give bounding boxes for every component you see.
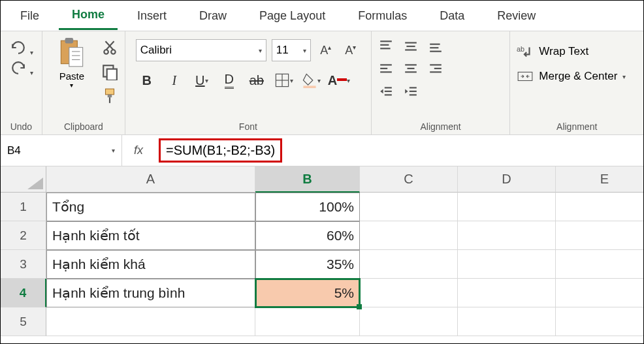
formula-text: =SUM(B1;-B2;-B3) [159,138,282,163]
copy-button[interactable] [101,63,118,82]
cell-c1[interactable] [360,193,458,221]
format-painter-button[interactable] [101,87,118,106]
cell-d1[interactable] [458,193,556,221]
align-left-button[interactable] [378,62,394,78]
cell-b4[interactable]: 5% [255,279,360,307]
align-middle-button[interactable] [403,39,419,55]
cell-d4[interactable] [458,279,556,307]
col-header-c[interactable]: C [360,166,458,193]
col-header-d[interactable]: D [458,166,556,193]
cell-a3[interactable]: Hạnh kiểm khá [46,250,255,279]
tab-file[interactable]: File [7,3,52,29]
group-font: Calibri▾ 11▾ A▴ A▾ B I U ▾ D ab ▾ ▾ A▾ F… [125,31,372,134]
formula-input[interactable]: =SUM(B1;-B2;-B3) [155,138,643,163]
increase-indent-button[interactable] [403,85,419,101]
ribbon: ▾ ▾ Undo Paste ▾ Clipboard [1,31,643,135]
fill-color-button[interactable]: ▾ [300,70,323,90]
svg-rect-13 [108,95,112,97]
svg-rect-44 [519,72,533,81]
ribbon-tabs: File Home Insert Draw Page Layout Formul… [1,1,643,31]
font-color-button[interactable]: A▾ [328,70,350,90]
svg-point-7 [111,50,116,54]
group-undo: ▾ ▾ Undo [1,31,42,134]
strikethrough-button[interactable]: ab [246,70,268,90]
cell-e2[interactable] [556,221,644,250]
worksheet: 1 2 3 4 5 A B C D E Tổng 100% Hạnh kiểm … [1,166,643,336]
row-header-2[interactable]: 2 [1,221,46,250]
cell-d2[interactable] [458,221,556,250]
redo-button[interactable]: ▾ [9,61,33,77]
tab-draw[interactable]: Draw [186,3,240,29]
cell-a2[interactable]: Hạnh kiểm tốt [46,221,255,250]
cut-button[interactable] [101,39,118,58]
fx-icon[interactable]: fx [122,135,155,166]
col-header-e[interactable]: E [556,166,644,193]
cell-b5[interactable] [255,307,360,336]
undo-button[interactable]: ▾ [9,40,33,57]
align-right-button[interactable] [428,62,443,78]
svg-rect-12 [105,89,114,95]
tab-formulas[interactable]: Formulas [345,3,420,29]
fill-handle[interactable] [357,304,362,309]
svg-rect-11 [107,69,117,80]
cell-d5[interactable] [458,307,556,336]
svg-rect-18 [304,86,316,88]
row-header-4[interactable]: 4 [1,279,46,307]
align-top-button[interactable] [378,39,394,55]
wrap-text-label: Wrap Text [539,45,588,58]
align-bottom-button[interactable] [428,39,443,55]
increase-font-button[interactable]: A▴ [316,44,336,57]
decrease-font-button[interactable]: A▾ [341,44,361,57]
tab-review[interactable]: Review [484,3,549,29]
col-header-a[interactable]: A [46,166,255,193]
cell-a1[interactable]: Tổng [46,193,255,221]
borders-button[interactable]: ▾ [273,70,295,90]
group-label-alignment: Alignment [378,119,504,132]
cell-b1[interactable]: 100% [255,193,360,221]
tab-home[interactable]: Home [59,1,118,30]
underline-button[interactable]: U ▾ [191,70,213,90]
paste-button[interactable]: Paste ▾ [49,37,95,89]
cell-e4[interactable] [556,279,644,307]
cell-c2[interactable] [360,221,458,250]
group-alignment: Alignment [372,31,511,134]
font-size-select[interactable]: 11▾ [272,39,311,61]
row-header-1[interactable]: 1 [1,193,46,221]
cell-c5[interactable] [360,307,458,336]
decrease-indent-button[interactable] [378,85,394,101]
cell-a4[interactable]: Hạnh kiểm trung bình [46,279,255,307]
paste-dropdown[interactable]: ▾ [70,82,73,89]
bold-button[interactable]: B [136,70,158,90]
formula-bar: B4▾ fx =SUM(B1;-B2;-B3) [1,135,643,166]
italic-button[interactable]: I [163,70,185,90]
paste-label: Paste [59,70,84,82]
tab-data[interactable]: Data [427,3,477,29]
tab-page-layout[interactable]: Page Layout [246,3,338,29]
row-header-5[interactable]: 5 [1,307,46,336]
wrap-text-button[interactable]: ab Wrap Text [517,44,588,59]
cell-c4[interactable] [360,279,458,307]
align-center-button[interactable] [403,62,419,78]
col-header-b[interactable]: B [255,166,360,193]
font-name-select[interactable]: Calibri▾ [136,39,266,61]
svg-rect-2 [69,48,83,67]
cell-c3[interactable] [360,250,458,279]
merge-center-label: Merge & Center [539,70,617,83]
cell-b3[interactable]: 35% [255,250,360,279]
svg-text:ab: ab [517,45,524,53]
cell-d3[interactable] [458,250,556,279]
select-all-corner[interactable] [1,166,46,193]
group-label-undo: Undo [7,119,35,132]
cell-e3[interactable] [556,250,644,279]
row-header-3[interactable]: 3 [1,250,46,279]
svg-rect-1 [65,38,73,43]
merge-center-button[interactable]: Merge & Center ▾ [517,69,626,84]
double-underline-button[interactable]: D [218,70,240,90]
cell-e5[interactable] [556,307,644,336]
tab-insert[interactable]: Insert [124,3,180,29]
group-clipboard: Paste ▾ Clipboard [42,31,125,134]
name-box[interactable]: B4▾ [1,135,122,166]
cell-a5[interactable] [46,307,255,336]
cell-e1[interactable] [556,193,644,221]
cell-b2[interactable]: 60% [255,221,360,250]
